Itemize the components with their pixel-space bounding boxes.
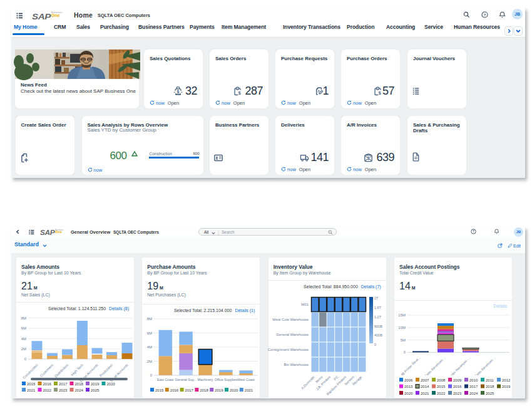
- svg-text:2024: 2024: [469, 392, 478, 395]
- svg-text:4B Printer Reve...: 4B Printer Reve...: [400, 355, 421, 377]
- svg-text:2023: 2023: [453, 392, 462, 395]
- svg-text:2016: 2016: [43, 382, 52, 386]
- svg-text:800B: 800B: [374, 325, 382, 328]
- svg-text:2T: 2T: [374, 296, 379, 300]
- svg-text:2018: 2018: [486, 385, 494, 388]
- svg-text:PC: PC: [333, 375, 339, 381]
- svg-text:Sales Revenues -...: Sales Revenues -...: [448, 355, 471, 378]
- svg-text:$: $: [177, 90, 180, 95]
- svg-text:2022: 2022: [437, 392, 446, 395]
- svg-text:2024: 2024: [75, 388, 84, 392]
- svg-text:Distributors: Distributors: [54, 363, 69, 378]
- svg-text:2018: 2018: [75, 382, 84, 386]
- svg-text:A.Domestic: A.Domestic: [300, 375, 315, 390]
- svg-text:0: 0: [374, 343, 376, 346]
- svg-text:2016: 2016: [170, 388, 179, 392]
- svg-text:?: ?: [484, 13, 486, 17]
- svg-text:2011: 2011: [486, 378, 494, 382]
- svg-text:Machinery: Machinery: [198, 378, 213, 382]
- svg-text:2023: 2023: [59, 388, 68, 392]
- svg-text:4M: 4M: [147, 345, 152, 349]
- svg-text:2020: 2020: [404, 392, 413, 395]
- svg-text:$: $: [238, 91, 241, 96]
- svg-text:2006: 2006: [404, 378, 413, 382]
- svg-text:W01: W01: [301, 303, 309, 306]
- svg-text:General Sup...: General Sup...: [175, 378, 197, 382]
- svg-text:400B: 400B: [374, 333, 382, 337]
- svg-text:2025: 2025: [91, 388, 100, 392]
- svg-text:West Coast: West Coast: [237, 378, 255, 382]
- svg-text:0: 0: [150, 373, 153, 377]
- svg-text:Bin Warehouse: Bin Warehouse: [284, 363, 308, 367]
- svg-text:2021: 2021: [421, 392, 429, 395]
- svg-text:10M: 10M: [398, 326, 406, 330]
- svg-text:5M: 5M: [401, 338, 406, 342]
- svg-text:0: 0: [404, 350, 406, 354]
- svg-text:6M: 6M: [21, 326, 26, 330]
- svg-text:2025: 2025: [486, 392, 494, 395]
- svg-text:2014: 2014: [421, 385, 429, 388]
- svg-text:East Coast: East Coast: [157, 378, 174, 382]
- svg-text:Consignment Warehouse: Consignment Warehouse: [267, 348, 308, 351]
- svg-text:2013: 2013: [404, 385, 413, 388]
- svg-text:2017: 2017: [469, 385, 478, 388]
- svg-text:Construction: Construction: [22, 363, 38, 379]
- svg-text:2019: 2019: [91, 382, 100, 386]
- svg-text:2M: 2M: [21, 347, 26, 351]
- svg-text:2008: 2008: [437, 378, 446, 382]
- svg-text:1.2T: 1.2T: [374, 315, 382, 319]
- svg-text:?: ?: [473, 230, 474, 233]
- svg-text:Sales Revenues ...: Sales Revenues ...: [474, 355, 496, 378]
- svg-text:2007: 2007: [421, 378, 429, 382]
- svg-text:15M: 15M: [398, 313, 406, 317]
- svg-text:Customers: Customers: [39, 363, 54, 378]
- svg-text:2015: 2015: [27, 382, 36, 386]
- svg-text:2019: 2019: [215, 388, 223, 392]
- svg-text:West Cost Warehouse: West Cost Warehouse: [272, 318, 309, 321]
- svg-text:8M: 8M: [147, 317, 152, 321]
- svg-text:2016: 2016: [453, 385, 462, 388]
- svg-text:2015: 2015: [437, 385, 446, 388]
- svg-text:4M: 4M: [21, 337, 26, 341]
- svg-text:2009: 2009: [453, 378, 462, 382]
- svg-text:8M: 8M: [21, 316, 26, 320]
- svg-text:$: $: [367, 156, 370, 161]
- svg-text:1.6T: 1.6T: [374, 306, 382, 309]
- svg-text:General Warehouse: General Warehouse: [276, 333, 309, 336]
- svg-text:Production: Production: [99, 363, 113, 377]
- svg-text:2017: 2017: [185, 388, 194, 392]
- svg-text:2019: 2019: [502, 385, 511, 388]
- svg-text:2010: 2010: [469, 378, 478, 382]
- svg-text:Sales Revenues ...: Sales Revenues ...: [424, 355, 446, 378]
- svg-text:2015: 2015: [155, 388, 164, 392]
- svg-text:2M: 2M: [147, 360, 152, 363]
- svg-text:2018: 2018: [200, 388, 209, 392]
- svg-text:0: 0: [24, 357, 27, 361]
- svg-text:6M: 6M: [147, 331, 152, 335]
- svg-text:Office Supplies: Office Supplies: [215, 378, 237, 382]
- svg-text:2020: 2020: [230, 388, 238, 392]
- svg-text:2021: 2021: [27, 388, 36, 392]
- svg-text:2022: 2022: [43, 388, 52, 392]
- svg-text:2012: 2012: [502, 378, 511, 382]
- svg-text:2021: 2021: [245, 388, 253, 392]
- svg-text:2017: 2017: [59, 382, 68, 386]
- svg-text:High Tech: High Tech: [70, 363, 84, 377]
- svg-text:$: $: [379, 91, 381, 96]
- svg-text:2020: 2020: [107, 382, 116, 386]
